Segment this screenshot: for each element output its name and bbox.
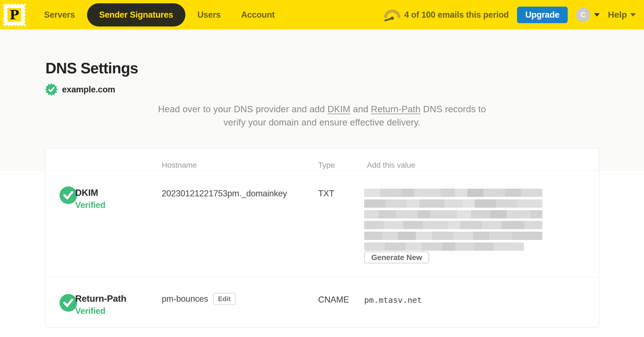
record-name: Return-Path xyxy=(75,293,126,304)
chevron-down-icon xyxy=(594,13,600,17)
nav-item-account[interactable]: Account xyxy=(233,3,283,26)
verified-seal-icon xyxy=(45,83,58,96)
redacted-value-line xyxy=(364,232,542,240)
app-viewport: P Servers Sender Signatures Users Accoun… xyxy=(0,0,644,337)
generate-new-button[interactable]: Generate New xyxy=(364,252,429,263)
account-menu-button[interactable]: C xyxy=(576,8,600,22)
avatar: C xyxy=(576,8,590,22)
help-menu-button[interactable]: Help xyxy=(608,10,636,20)
upgrade-button[interactable]: Upgrade xyxy=(517,7,568,23)
nav-item-users[interactable]: Users xyxy=(189,3,229,26)
edit-button[interactable]: Edit xyxy=(213,293,236,305)
dns-records-card: Hostname Type Add this value DKIM Verifi… xyxy=(45,148,599,327)
return-path-value: pm.mtasv.net xyxy=(364,295,422,305)
redacted-value-line xyxy=(364,199,542,208)
usage-meter: 4 of 100 emails this period xyxy=(384,7,509,22)
record-name: DKIM xyxy=(75,188,98,198)
header-divider xyxy=(46,170,599,171)
gauge-icon xyxy=(384,7,401,22)
intro-part3-line1: DNS records to xyxy=(421,104,486,114)
domain-name: example.com xyxy=(62,85,115,95)
redacted-value-line xyxy=(364,242,524,251)
row-divider xyxy=(46,277,599,277)
nav-item-sender-signatures[interactable]: Sender Signatures xyxy=(87,3,185,26)
dkim-link[interactable]: DKIM xyxy=(328,104,350,114)
return-path-type: CNAME xyxy=(318,295,349,305)
page-title: DNS Settings xyxy=(45,59,138,77)
intro-part3-line2: verify your domain and ensure effective … xyxy=(224,117,421,127)
column-header-type: Type xyxy=(318,161,335,170)
nav-right: 4 of 100 emails this period Upgrade C He… xyxy=(384,7,636,23)
redacted-value-line xyxy=(364,221,542,229)
stamp-logo-icon: P xyxy=(3,3,26,26)
column-header-hostname: Hostname xyxy=(162,161,197,170)
nav-items: Servers Sender Signatures Users Account xyxy=(36,3,283,26)
intro-part2: and xyxy=(350,104,371,114)
chevron-down-icon xyxy=(630,13,636,17)
verified-check-icon xyxy=(59,186,77,204)
domain-row: example.com xyxy=(45,83,115,96)
intro-part1: Head over to your DNS provider and add xyxy=(158,104,328,114)
record-status: Verified xyxy=(75,200,105,210)
top-nav: P Servers Sender Signatures Users Accoun… xyxy=(0,0,644,30)
intro-text: Head over to your DNS provider and add D… xyxy=(45,103,599,129)
dkim-hostname: 20230121221753pm._domainkey xyxy=(162,189,287,199)
verified-check-icon xyxy=(59,294,77,312)
help-label: Help xyxy=(608,10,627,20)
record-status: Verified xyxy=(75,306,105,316)
return-path-link[interactable]: Return-Path xyxy=(371,104,420,114)
usage-text: 4 of 100 emails this period xyxy=(404,10,509,20)
return-path-hostname: pm-bounces xyxy=(162,294,208,304)
dkim-type: TXT xyxy=(318,189,334,199)
column-header-value: Add this value xyxy=(367,161,415,170)
redacted-value-line xyxy=(364,189,542,197)
nav-item-servers[interactable]: Servers xyxy=(36,3,83,26)
redacted-value-line xyxy=(364,210,542,218)
postmark-logo[interactable]: P xyxy=(3,3,26,26)
return-path-hostname-cell: pm-bounces Edit xyxy=(162,293,236,305)
svg-text:P: P xyxy=(10,7,19,22)
